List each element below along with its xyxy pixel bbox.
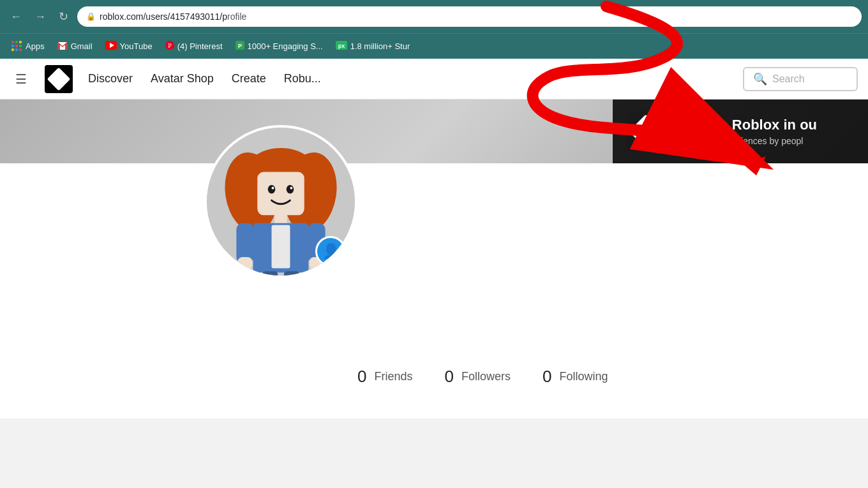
svg-point-15	[268, 185, 276, 194]
search-placeholder: Search	[772, 73, 805, 85]
online-status-badge: 👤	[315, 236, 346, 267]
address-bar[interactable]: 🔒 roblox.com/users/4157493011/profile	[77, 6, 862, 27]
search-icon: 🔍	[753, 72, 767, 86]
pixabay-label: 1000+ Engaging S...	[248, 41, 323, 51]
friends-label: Friends	[374, 370, 412, 383]
search-box[interactable]: 🔍 Search	[743, 67, 858, 91]
friends-stat: 0 Friends	[357, 367, 413, 387]
profile-stats: 0 Friends 0 Followers 0 Following	[357, 367, 608, 387]
pixabay-icon: P	[236, 41, 244, 52]
profile-avatar-wrapper: 👤	[204, 125, 357, 278]
promo-logo-diamond	[629, 114, 663, 149]
followers-count: 0	[445, 367, 454, 387]
hamburger-menu-button[interactable]: ☰	[10, 66, 32, 92]
url-text: roblox.com/users/4157493011/profile	[100, 11, 246, 22]
gmail-label: Gmail	[71, 41, 93, 51]
nav-create[interactable]: Create	[229, 67, 269, 91]
profile-avatar: 👤	[204, 125, 357, 278]
px-icon: px	[336, 41, 347, 52]
profile-area: 👤 0 Friends 0 Followers 0 Following	[0, 163, 868, 418]
followers-stat: 0 Followers	[445, 367, 511, 387]
bookmark-apps[interactable]: Apps	[6, 38, 50, 54]
following-stat: 0 Following	[542, 367, 608, 387]
svg-point-17	[272, 187, 274, 189]
roblox-logo-diamond	[47, 67, 71, 91]
gmail-icon	[57, 41, 68, 52]
promo-title: Explore Roblox in ou	[677, 117, 817, 133]
svg-point-16	[287, 185, 294, 194]
youtube-icon	[105, 41, 117, 52]
pinterest-icon: P	[165, 41, 174, 52]
address-bar-row: ← → ↻ 🔒 roblox.com/users/4157493011/prof…	[0, 0, 868, 33]
roblox-logo[interactable]	[45, 65, 73, 93]
nav-robux[interactable]: Robu...	[281, 67, 324, 91]
bookmark-pixabay[interactable]: P 1000+ Engaging S...	[230, 38, 328, 54]
apps-label: Apps	[26, 41, 45, 51]
svg-rect-14	[257, 172, 304, 216]
bookmark-pinterest[interactable]: P (4) Pinterest	[160, 38, 228, 54]
svg-rect-21	[272, 225, 290, 269]
person-icon: 👤	[322, 243, 340, 260]
promo-subtitle: Millions of experiences by peopl	[677, 136, 817, 146]
bookmark-gmail[interactable]: Gmail	[52, 38, 98, 55]
svg-rect-19	[274, 214, 287, 223]
svg-text:P: P	[168, 42, 172, 49]
promo-logo	[625, 111, 666, 152]
forward-button[interactable]: →	[31, 8, 50, 26]
nav-discover[interactable]: Discover	[86, 67, 135, 91]
browser-chrome: ← → ↻ 🔒 roblox.com/users/4157493011/prof…	[0, 0, 868, 59]
reload-button[interactable]: ↻	[55, 7, 72, 26]
roblox-promo-banner: Explore Roblox in ou Millions of experie…	[613, 100, 868, 163]
pinterest-label: (4) Pinterest	[177, 41, 223, 51]
svg-rect-23	[237, 257, 252, 269]
svg-text:px: px	[338, 43, 345, 49]
roblox-nav: ☰ Discover Avatar Shop Create Robu... 🔍 …	[0, 59, 868, 100]
apps-grid-icon	[11, 41, 22, 52]
svg-point-18	[290, 187, 293, 189]
bookmark-px[interactable]: px 1.8 million+ Stur	[331, 38, 415, 54]
following-count: 0	[542, 367, 551, 387]
followers-label: Followers	[461, 370, 511, 383]
svg-rect-27	[284, 271, 299, 278]
promo-text-block: Explore Roblox in ou Millions of experie…	[677, 117, 817, 146]
nav-avatar-shop[interactable]: Avatar Shop	[148, 67, 216, 91]
banner-area: Explore Roblox in ou Millions of experie…	[0, 100, 868, 163]
svg-rect-26	[262, 271, 278, 278]
friends-count: 0	[357, 367, 366, 387]
svg-text:P: P	[237, 43, 241, 49]
bookmark-youtube[interactable]: YouTube	[100, 38, 158, 54]
lock-icon: 🔒	[86, 12, 96, 21]
back-button[interactable]: ←	[6, 8, 26, 26]
bookmarks-bar: Apps Gmail YouTube P (4) Pinterest	[0, 33, 868, 59]
following-label: Following	[559, 370, 608, 383]
px-label: 1.8 million+ Stur	[350, 41, 410, 51]
youtube-label: YouTube	[120, 41, 153, 51]
